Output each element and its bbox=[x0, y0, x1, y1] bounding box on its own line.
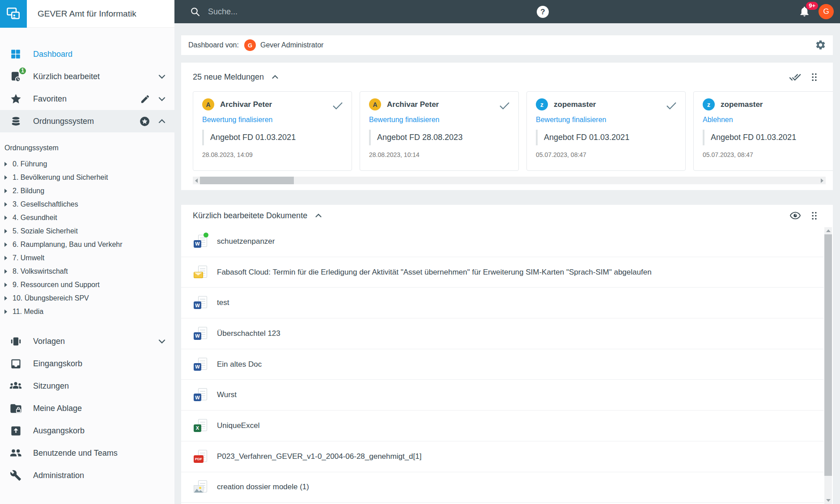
dashboard-settings-button[interactable] bbox=[815, 39, 826, 52]
chevron-up-icon[interactable] bbox=[157, 116, 167, 127]
expand-triangle-icon[interactable] bbox=[4, 242, 7, 247]
sidebar-item-meine-ablage[interactable]: Meine Ablage bbox=[0, 397, 174, 419]
document-row[interactable]: creation dossier modele (1) bbox=[181, 472, 824, 503]
expand-triangle-icon[interactable] bbox=[4, 202, 7, 207]
tree-item[interactable]: 6. Raumplanung, Bau und Verkehr bbox=[4, 238, 174, 251]
expand-triangle-icon[interactable] bbox=[4, 296, 7, 301]
edit-pencil-icon[interactable] bbox=[140, 94, 150, 104]
tree-item[interactable]: 2. Bildung bbox=[4, 184, 174, 198]
document-row[interactable]: W Ein altes Doc bbox=[181, 349, 824, 380]
sidebar-item-kuerzlich-bearbeitet[interactable]: 1 Kürzlich bearbeitet bbox=[0, 65, 174, 88]
notification-card[interactable]: z zopemaster Ablehnen Angebot FD 01.03.2… bbox=[693, 91, 833, 171]
document-row[interactable]: W schuetzenpanzer bbox=[181, 226, 824, 257]
horizontal-scrollbar-thumb[interactable] bbox=[200, 177, 294, 184]
notification-cards-row: A Archivar Peter Bewertung finalisieren … bbox=[193, 91, 833, 171]
sidebar-item-vorlagen[interactable]: Vorlagen bbox=[0, 330, 174, 352]
search-input[interactable] bbox=[207, 7, 399, 17]
check-icon[interactable] bbox=[331, 99, 344, 114]
tree-root-label[interactable]: Ordnungssystem bbox=[4, 144, 174, 152]
sidebar: Dashboard 1 Kürzlich bearbeitet bbox=[0, 28, 174, 504]
app-logo[interactable] bbox=[0, 0, 27, 28]
sidebar-item-ordnungssystem[interactable]: Ordnungssystem bbox=[0, 110, 174, 132]
collapse-panel-button[interactable] bbox=[314, 211, 323, 220]
notification-timestamp: 05.07.2023, 08:47 bbox=[536, 151, 676, 158]
sidebar-item-ausgangskorb[interactable]: Ausgangskorb bbox=[0, 419, 174, 442]
expand-triangle-icon[interactable] bbox=[4, 309, 7, 314]
mark-all-read-button[interactable] bbox=[789, 71, 801, 83]
avatar: z bbox=[536, 98, 548, 110]
tree-item[interactable]: 11. Media bbox=[4, 305, 174, 318]
tree-item[interactable]: 7. Umwelt bbox=[4, 251, 174, 265]
notification-timestamp: 28.08.2023, 10:14 bbox=[369, 151, 509, 158]
check-icon[interactable] bbox=[498, 99, 511, 114]
expand-triangle-icon[interactable] bbox=[4, 229, 7, 233]
notification-action-link[interactable]: Bewertung finalisieren bbox=[369, 116, 439, 124]
drag-dots-icon bbox=[809, 211, 819, 221]
notification-subject: Angebot FD 01.03.2021 bbox=[536, 130, 676, 145]
dashboard-icon bbox=[9, 48, 22, 60]
expand-triangle-icon[interactable] bbox=[4, 269, 7, 274]
tree-item[interactable]: 10. Übungsbereich SPV bbox=[4, 292, 174, 305]
view-options-button[interactable] bbox=[789, 210, 801, 221]
tree-item[interactable]: 8. Volkswirtschaft bbox=[4, 265, 174, 278]
notification-action-link[interactable]: Bewertung finalisieren bbox=[536, 116, 606, 124]
expand-triangle-icon[interactable] bbox=[4, 216, 7, 220]
tree-item[interactable]: 9. Ressourcen und Support bbox=[4, 278, 174, 292]
sidebar-item-dashboard[interactable]: Dashboard bbox=[0, 43, 174, 65]
sidebar-item-administration[interactable]: Administration bbox=[0, 464, 174, 487]
help-button[interactable]: ? bbox=[537, 6, 549, 18]
document-row[interactable]: W Überschachtel 123 bbox=[181, 318, 824, 349]
email-file-icon bbox=[194, 266, 208, 279]
check-icon[interactable] bbox=[665, 99, 678, 114]
widget-drag-handle[interactable] bbox=[809, 211, 819, 221]
word-file-icon: W bbox=[194, 388, 208, 402]
scroll-up-arrow[interactable] bbox=[826, 229, 831, 232]
tree-item[interactable]: 3. Gesellschaftliches bbox=[4, 198, 174, 211]
scroll-right-arrow[interactable] bbox=[821, 178, 823, 183]
notifications-button[interactable]: 9+ bbox=[798, 5, 810, 19]
tree-item[interactable]: 4. Gesundheit bbox=[4, 211, 174, 224]
expand-triangle-icon[interactable] bbox=[4, 162, 7, 166]
document-row[interactable]: W test bbox=[181, 288, 824, 318]
sidebar-item-benutzende-und-teams[interactable]: Benutzende und Teams bbox=[0, 442, 174, 464]
templates-icon bbox=[9, 335, 22, 347]
notification-card[interactable]: z zopemaster Bewertung finalisieren Ange… bbox=[526, 91, 686, 171]
tree-item[interactable]: 5. Soziale Sicherheit bbox=[4, 224, 174, 238]
document-list: W schuetzenpanzer Fabasoft Cloud: Termin… bbox=[181, 226, 824, 503]
sidebar-item-favoriten[interactable]: Favoriten bbox=[0, 88, 174, 110]
horizontal-scrollbar[interactable] bbox=[193, 177, 826, 184]
vertical-scrollbar[interactable] bbox=[824, 227, 832, 504]
document-title: P023_Verfahren_GEVER_v1-0_2004-06-28_gen… bbox=[217, 452, 421, 461]
sidebar-item-label: Benutzende und Teams bbox=[33, 449, 118, 458]
sidebar-item-eingangskorb[interactable]: Eingangskorb bbox=[0, 352, 174, 375]
sidebar-item-sitzungen[interactable]: Sitzungen bbox=[0, 375, 174, 397]
expand-triangle-icon[interactable] bbox=[4, 283, 7, 287]
widget-drag-handle[interactable] bbox=[809, 72, 819, 82]
expand-triangle-icon[interactable] bbox=[4, 256, 7, 260]
pdf-file-icon: PDF bbox=[194, 450, 208, 463]
user-avatar[interactable]: G bbox=[819, 4, 834, 19]
document-row[interactable]: PDF P023_Verfahren_GEVER_v1-0_2004-06-28… bbox=[181, 441, 824, 472]
collapse-panel-button[interactable] bbox=[270, 72, 280, 82]
document-row[interactable]: X UniqueExcel bbox=[181, 411, 824, 441]
document-title: creation dossier modele (1) bbox=[217, 483, 309, 491]
chevron-down-icon[interactable] bbox=[157, 93, 167, 104]
expand-triangle-icon[interactable] bbox=[4, 189, 7, 193]
notification-action-link[interactable]: Ablehnen bbox=[703, 116, 733, 124]
expand-triangle-icon[interactable] bbox=[4, 175, 7, 180]
notification-card[interactable]: A Archivar Peter Bewertung finalisieren … bbox=[360, 91, 519, 171]
chevron-down-icon[interactable] bbox=[157, 336, 167, 347]
scroll-left-arrow[interactable] bbox=[195, 178, 198, 183]
favorite-star-circle-icon[interactable] bbox=[139, 116, 150, 127]
notification-action-link[interactable]: Bewertung finalisieren bbox=[202, 116, 272, 124]
document-row[interactable]: Fabasoft Cloud: Termin für die Erledigun… bbox=[181, 257, 824, 288]
scroll-down-arrow[interactable] bbox=[826, 499, 831, 502]
notification-card[interactable]: A Archivar Peter Bewertung finalisieren … bbox=[193, 91, 352, 171]
tree-item[interactable]: 1. Bevölkerung und Sicherheit bbox=[4, 171, 174, 184]
tree-item[interactable]: 0. Führung bbox=[4, 157, 174, 171]
chevron-down-icon[interactable] bbox=[157, 71, 167, 82]
owner-avatar: G bbox=[244, 39, 256, 51]
vertical-scrollbar-thumb[interactable] bbox=[824, 234, 832, 476]
dashboard-owner-label: Dashboard von: bbox=[188, 41, 239, 49]
document-row[interactable]: W Wurst bbox=[181, 380, 824, 411]
